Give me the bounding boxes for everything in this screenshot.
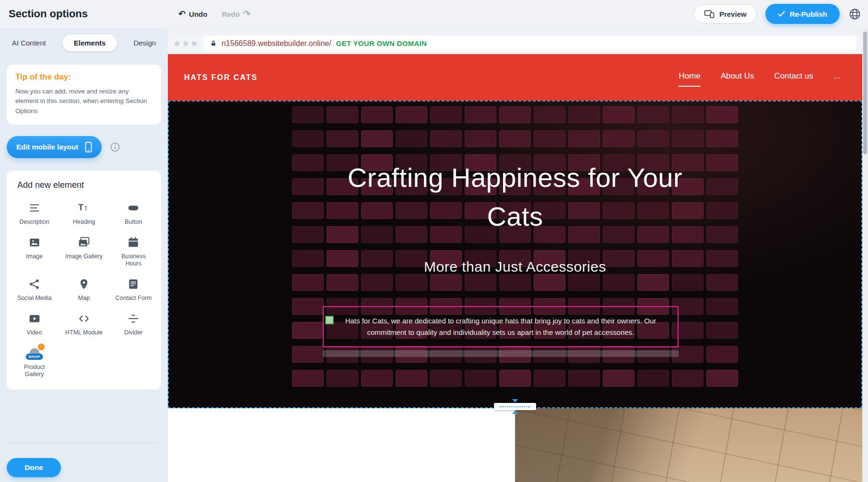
redo-icon: ↷ — [243, 10, 250, 18]
shop-badge: SHOP — [25, 354, 43, 360]
site-logo: HATS FOR CATS — [184, 73, 258, 82]
element-grid: Description Tt Heading Button — [10, 201, 158, 378]
product-gallery-icon: SHOP ↑ — [27, 346, 42, 360]
arrow-down-icon — [512, 399, 518, 402]
section-options-panel: AI Content Elements Design Tip of the da… — [0, 28, 168, 482]
add-element-title: Add new element — [17, 180, 158, 190]
info-icon[interactable] — [110, 142, 120, 152]
republish-label: Re-Publish — [790, 10, 827, 18]
tab-elements[interactable]: Elements — [62, 34, 117, 51]
website-preview: HATS FOR CATS Home About Us Contact us .… — [168, 54, 862, 482]
hero-subtitle[interactable]: More than Just Accessories — [169, 259, 861, 275]
nav-about-us[interactable]: About Us — [721, 71, 754, 83]
add-element-card: Add new element Description Tt Heading — [7, 171, 161, 390]
address-bar: n1566589.websitebuilder.online/ GET YOUR… — [203, 36, 856, 51]
nav-contact-us[interactable]: Contact us — [774, 71, 813, 83]
undo-redo-group: ↶ Undo Redo ↷ — [178, 0, 250, 28]
edit-mobile-layout-button[interactable]: Edit mobile layout — [7, 136, 102, 158]
preview-canvas: n1566589.websitebuilder.online/ GET YOUR… — [168, 28, 862, 482]
element-business-hours[interactable]: Business Hours — [109, 235, 158, 267]
element-html-module[interactable]: HTML Module — [59, 311, 108, 336]
element-product-gallery[interactable]: SHOP ↑ Product Gallery — [10, 346, 59, 378]
redo-label: Redo — [222, 10, 240, 18]
tip-title: Tip of the day: — [15, 72, 152, 82]
description-icon — [27, 201, 42, 215]
element-social-media[interactable]: Social Media — [10, 277, 59, 302]
site-url: n1566589.websitebuilder.online/ — [222, 39, 331, 48]
hero-section[interactable]: Crafting Happiness for Your Cats More th… — [168, 101, 862, 408]
contact-form-icon — [126, 277, 141, 291]
hero-background — [169, 102, 861, 407]
republish-button[interactable]: Re-Publish — [765, 4, 840, 24]
code-icon — [77, 311, 91, 326]
page-title: Section options — [9, 8, 88, 20]
nav-more[interactable]: ... — [833, 71, 840, 83]
browser-chrome: n1566589.websitebuilder.online/ GET YOUR… — [168, 33, 862, 54]
divider-icon — [126, 311, 141, 326]
site-nav: Home About Us Contact us ... — [679, 71, 840, 83]
social-media-icon — [27, 277, 42, 291]
globe-icon — [848, 8, 861, 21]
drag-handle[interactable] — [325, 316, 334, 324]
language-button[interactable] — [848, 8, 861, 21]
heading-icon: Tt — [77, 201, 91, 215]
svg-text:t: t — [85, 204, 87, 212]
window-controls — [175, 41, 197, 46]
preview-label: Preview — [719, 10, 747, 18]
tab-ai-content[interactable]: AI Content — [6, 34, 52, 51]
element-description[interactable]: Description — [10, 201, 59, 226]
image-gallery-icon — [77, 235, 91, 250]
undo-button[interactable]: ↶ Undo — [178, 10, 207, 18]
mobile-layout-row: Edit mobile layout — [7, 136, 161, 158]
hero-description: Hats for Cats, we are dedicated to craft… — [328, 315, 674, 338]
resize-pill — [494, 403, 536, 410]
done-button[interactable]: Done — [7, 458, 61, 477]
element-video[interactable]: Video — [10, 311, 59, 336]
check-icon — [778, 11, 785, 17]
preview-button[interactable]: Preview — [694, 4, 757, 23]
get-domain-link[interactable]: GET YOUR OWN DOMAIN — [336, 39, 427, 47]
nav-home[interactable]: Home — [679, 71, 700, 83]
element-image[interactable]: Image — [10, 235, 59, 267]
devices-icon — [704, 10, 715, 18]
element-heading[interactable]: Tt Heading — [59, 201, 108, 226]
tip-of-the-day-card: Tip of the day: Now you can add, move an… — [7, 65, 161, 125]
next-section-blank — [168, 408, 515, 482]
button-icon — [126, 201, 141, 215]
topbar-actions: Preview Re-Publish — [694, 0, 861, 28]
element-button[interactable]: Button — [109, 201, 158, 226]
svg-text:T: T — [78, 202, 84, 212]
map-pin-icon — [77, 277, 91, 291]
next-section — [168, 408, 862, 482]
page-scrollbar[interactable] — [862, 28, 868, 482]
business-hours-icon — [126, 235, 141, 250]
element-divider[interactable]: Divider — [109, 311, 158, 336]
edit-mobile-label: Edit mobile layout — [16, 143, 78, 151]
upgrade-badge-icon: ↑ — [38, 344, 45, 350]
lock-icon — [210, 40, 217, 47]
sidebar-divider — [7, 443, 156, 443]
selected-text-element[interactable]: Hats for Cats, we are dedicated to craft… — [323, 306, 679, 347]
undo-icon: ↶ — [178, 10, 186, 18]
site-header: HATS FOR CATS Home About Us Contact us .… — [168, 54, 862, 101]
topbar: Section options ↶ Undo Redo ↷ Preview — [0, 0, 868, 28]
element-map[interactable]: Map — [59, 277, 108, 302]
element-contact-form[interactable]: Contact Form — [109, 277, 158, 302]
hero-title[interactable]: Crafting Happiness for Your Cats — [169, 158, 861, 236]
tip-body: Now you can add, move and resize any ele… — [15, 87, 152, 116]
element-image-gallery[interactable]: Image Gallery — [59, 235, 108, 267]
element-placeholder — [323, 350, 679, 357]
phone-icon — [85, 142, 92, 152]
selected-element-wrap: Hats for Cats, we are dedicated to craft… — [323, 306, 679, 357]
app-root: Section options ↶ Undo Redo ↷ Preview — [0, 0, 868, 482]
undo-label: Undo — [189, 10, 207, 18]
section-resize-handle[interactable] — [494, 399, 536, 414]
pavement-photo — [515, 408, 862, 482]
redo-button[interactable]: Redo ↷ — [222, 10, 250, 18]
panel-tabs: AI Content Elements Design — [0, 28, 168, 51]
video-icon — [27, 311, 42, 326]
scrollbar-thumb[interactable] — [863, 32, 867, 154]
tab-design[interactable]: Design — [128, 34, 162, 51]
arrow-up-icon — [512, 411, 518, 414]
image-icon — [27, 235, 42, 250]
